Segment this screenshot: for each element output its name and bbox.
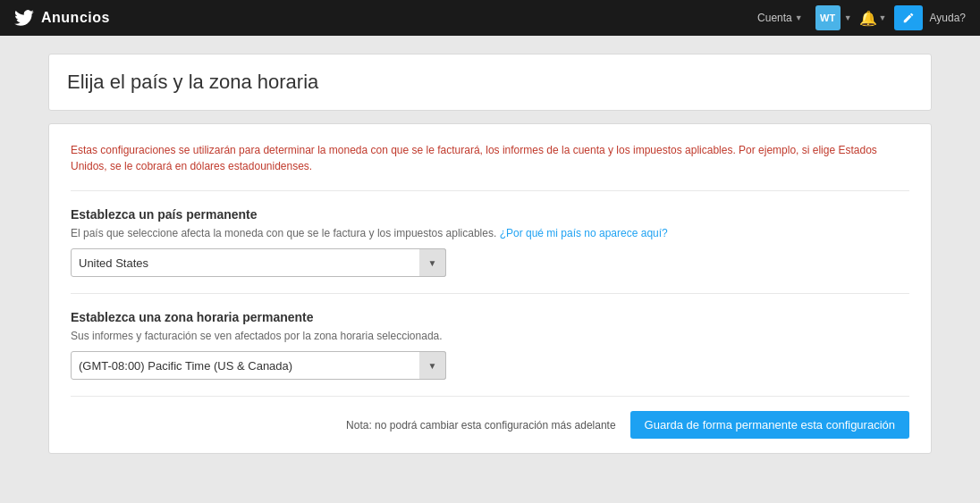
form-footer: Nota: no podrá cambiar esta configuració… <box>71 397 909 453</box>
help-link[interactable]: Ayuda? <box>930 12 966 24</box>
cuenta-button[interactable]: Cuenta ▼ <box>752 8 808 28</box>
cuenta-caret-icon: ▼ <box>795 13 803 22</box>
navbar: Anuncios Cuenta ▼ WT ▼ 🔔 ▼ Ayuda? <box>0 0 980 36</box>
timezone-section-desc: Sus informes y facturación se ven afecta… <box>71 330 909 342</box>
info-text: Estas configuraciones se utilizarán para… <box>71 142 909 191</box>
country-section-desc: El país que seleccione afecta la moneda … <box>71 227 909 239</box>
country-select[interactable]: United States United Kingdom Canada Aust… <box>71 248 446 277</box>
page-title: Elija el país y la zona horaria <box>67 71 913 94</box>
notification-bell-icon[interactable]: 🔔 <box>859 10 877 27</box>
twitter-logo-icon <box>14 10 34 26</box>
brand: Anuncios <box>14 10 110 26</box>
timezone-section: Establezca una zona horaria permanente S… <box>71 294 909 397</box>
country-section-title: Establezca un país permanente <box>71 207 909 222</box>
timezone-select-wrapper: (GMT-12:00) International Date Line West… <box>71 351 446 380</box>
compose-icon <box>902 12 915 24</box>
why-no-country-link[interactable]: ¿Por qué mi país no aparece aquí? <box>500 227 668 239</box>
timezone-select[interactable]: (GMT-12:00) International Date Line West… <box>71 351 446 380</box>
wt-caret-icon: ▼ <box>844 13 852 22</box>
timezone-section-title: Establezca una zona horaria permanente <box>71 310 909 324</box>
main-card: Estas configuraciones se utilizarán para… <box>48 123 932 454</box>
country-section: Establezca un país permanente El país qu… <box>71 191 909 294</box>
page-wrapper: Elija el país y la zona horaria Estas co… <box>34 36 946 472</box>
compose-button[interactable] <box>894 5 923 30</box>
bell-caret-icon: ▼ <box>879 13 887 22</box>
footer-note: Nota: no podrá cambiar esta configuració… <box>346 419 616 432</box>
app-title: Anuncios <box>41 10 110 26</box>
navbar-actions: Cuenta ▼ WT ▼ 🔔 ▼ Ayuda? <box>752 5 966 30</box>
title-card: Elija el país y la zona horaria <box>48 54 932 111</box>
wt-avatar[interactable]: WT <box>815 5 841 30</box>
country-select-wrapper: United States United Kingdom Canada Aust… <box>71 248 446 277</box>
save-button[interactable]: Guarda de forma permanente esta configur… <box>630 411 909 439</box>
